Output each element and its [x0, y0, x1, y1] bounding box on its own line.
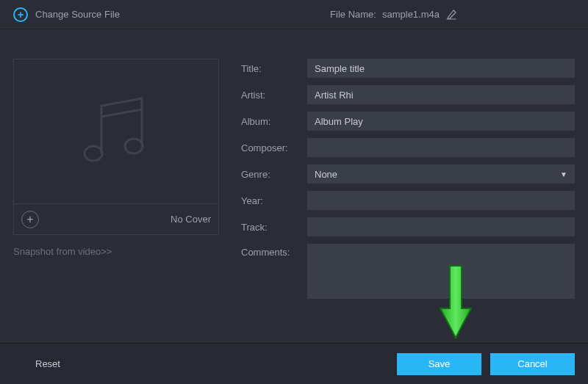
plus-circle-icon: [13, 7, 28, 22]
genre-label: Genre:: [241, 169, 301, 180]
cover-section: No Cover Snapshot from video>>: [13, 59, 219, 299]
track-label: Track:: [241, 222, 301, 233]
year-input[interactable]: [307, 191, 575, 210]
title-row: Title:: [241, 59, 575, 78]
reset-button[interactable]: Reset: [13, 352, 82, 375]
no-cover-label: No Cover: [171, 214, 211, 225]
bottom-bar: Reset Save Cancel: [0, 343, 588, 384]
composer-label: Composer:: [241, 142, 301, 153]
add-cover-button[interactable]: [21, 211, 39, 228]
cancel-button[interactable]: Cancel: [490, 353, 575, 375]
artist-label: Artist:: [241, 90, 301, 101]
cover-footer: No Cover: [14, 203, 218, 234]
album-input[interactable]: [307, 112, 575, 131]
genre-value: None: [315, 169, 337, 180]
chevron-down-icon: ▼: [560, 170, 567, 178]
main-area: No Cover Snapshot from video>> Title: Ar…: [0, 29, 588, 299]
comments-textarea[interactable]: [307, 244, 575, 299]
change-source-file-button[interactable]: Change Source File: [13, 7, 120, 22]
svg-point-1: [125, 139, 143, 153]
comments-row: Comments:: [241, 244, 575, 299]
cover-art-box: No Cover: [13, 59, 219, 235]
composer-input[interactable]: [307, 138, 575, 157]
comments-label: Comments:: [241, 244, 301, 258]
album-row: Album:: [241, 112, 575, 131]
file-name-section: File Name: sample1.m4a: [330, 9, 457, 21]
genre-select[interactable]: None ▼: [307, 164, 575, 184]
music-note-icon: [68, 84, 164, 179]
edit-filename-icon[interactable]: [445, 9, 457, 21]
metadata-form: Title: Artist: Album: Composer: Genre: N…: [241, 59, 575, 299]
track-row: Track:: [241, 217, 575, 236]
change-source-label: Change Source File: [35, 9, 120, 20]
year-row: Year:: [241, 191, 575, 210]
genre-row: Genre: None ▼: [241, 164, 575, 184]
file-name-value: sample1.m4a: [382, 9, 440, 20]
artist-row: Artist:: [241, 85, 575, 104]
composer-row: Composer:: [241, 138, 575, 157]
top-bar: Change Source File File Name: sample1.m4…: [0, 0, 588, 29]
snapshot-from-video-link[interactable]: Snapshot from video>>: [13, 246, 219, 257]
cover-art-placeholder: [14, 59, 218, 203]
svg-point-0: [85, 146, 102, 161]
save-button[interactable]: Save: [397, 353, 481, 375]
album-label: Album:: [241, 116, 301, 127]
title-input[interactable]: [307, 59, 575, 78]
right-buttons: Save Cancel: [397, 353, 575, 375]
year-label: Year:: [241, 195, 301, 206]
title-label: Title:: [241, 63, 301, 74]
track-input[interactable]: [307, 217, 575, 236]
artist-input[interactable]: [307, 85, 575, 104]
file-name-label: File Name:: [330, 9, 376, 20]
